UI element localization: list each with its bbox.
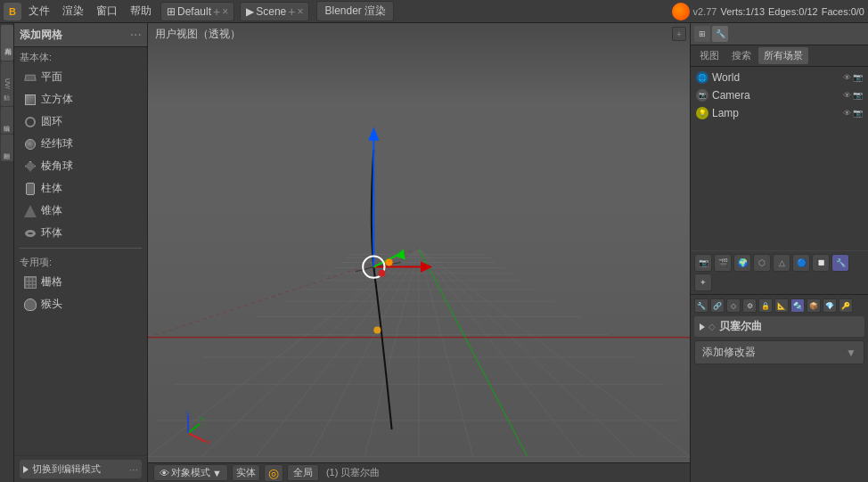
sidebar-title: 添加网格: [20, 28, 62, 43]
outliner-icon[interactable]: ⊞: [694, 26, 710, 42]
svg-point-39: [386, 258, 393, 266]
tool-sculpt[interactable]: 雕刻: [1, 135, 13, 161]
cube-label: 立方体: [41, 92, 73, 107]
faces-info: Faces:0/0: [822, 6, 864, 17]
sidebar-item-cone[interactable]: 锥体: [18, 200, 143, 221]
prop-sub-icon-10[interactable]: 🔑: [839, 298, 853, 313]
main-layout: 布局 UV/贴 编辑 雕刻 添加网格 ··· 基本体: 平面 立方体 圆环 经纬…: [0, 23, 868, 482]
lamp-render-icon[interactable]: 📷: [853, 109, 863, 118]
modifier-section-header[interactable]: ◇ 贝塞尔曲: [694, 316, 864, 337]
lamp-name: Lamp: [712, 107, 739, 119]
outliner-item-lamp[interactable]: 💡 Lamp 👁 📷: [691, 104, 868, 122]
workspace-label: Default: [177, 5, 211, 18]
menu-render[interactable]: 渲染: [57, 2, 89, 20]
prop-render-icon[interactable]: 📷: [694, 254, 712, 272]
workspace-selector[interactable]: ⊞ Default + ×: [160, 2, 234, 21]
viewport-pivot-btn[interactable]: ◎: [264, 464, 283, 482]
sidebar-item-cylinder[interactable]: 柱体: [18, 178, 143, 199]
workspace-add-btn[interactable]: +: [213, 4, 220, 19]
prop-sub-icon-1[interactable]: 🔧: [694, 298, 708, 313]
section-expand-icon: [700, 323, 705, 331]
prop-sub-icon-2[interactable]: 🔗: [710, 298, 725, 313]
svg-text:X: X: [207, 438, 210, 446]
sidebar-item-icosphere[interactable]: 棱角球: [18, 156, 143, 176]
menu-help[interactable]: 帮助: [125, 2, 157, 20]
prop-modifier-icon[interactable]: 🔧: [831, 254, 849, 272]
viewport-3d[interactable]: 用户视图（透视） + X Y Z 👁 对象模式 ▼ 实体: [148, 23, 690, 482]
view-mode-btn[interactable]: 👁 对象模式 ▼: [153, 464, 228, 481]
svg-line-42: [188, 433, 206, 442]
prop-sub-icon-5[interactable]: 🔒: [758, 298, 773, 313]
menu-window[interactable]: 窗口: [91, 2, 123, 20]
cube-icon: [23, 93, 37, 107]
workspace-close-btn[interactable]: ×: [222, 5, 228, 18]
basic-section-title: 基本体:: [14, 47, 147, 66]
outliner-item-camera[interactable]: 📷 Camera 👁 📷: [691, 86, 868, 104]
prop-sub-modifier-icon[interactable]: 🔩: [790, 298, 805, 313]
prop-scene-icon[interactable]: 🎬: [714, 254, 732, 272]
prop-particles-icon[interactable]: ✦: [694, 274, 712, 291]
sidebar-item-grid[interactable]: 栅格: [18, 272, 143, 292]
prop-sub-icon-8[interactable]: 📦: [807, 298, 821, 313]
global-local-btn[interactable]: 全局: [287, 464, 319, 481]
icosphere-icon: [23, 159, 37, 174]
dropdown-icon: ▼: [212, 468, 222, 478]
add-modifier-button[interactable]: 添加修改器 ▼: [694, 340, 864, 364]
prop-sub-icon-4[interactable]: ⚙: [742, 298, 757, 313]
switch-edit-mode-btn[interactable]: 切换到编辑模式 ···: [20, 460, 142, 478]
viewport-header-label: 用户视图（透视）: [155, 27, 241, 42]
viewport-shading-btn[interactable]: 实体: [232, 464, 260, 481]
prop-mesh-icon[interactable]: △: [773, 254, 790, 272]
plane-label: 平面: [41, 69, 62, 85]
scene-close-btn[interactable]: ×: [297, 5, 303, 18]
prop-sub-icon-9[interactable]: 💎: [823, 298, 837, 313]
svg-rect-1: [148, 23, 690, 204]
sidebar-add-mesh-header[interactable]: 添加网格 ···: [14, 23, 147, 47]
prop-texture-icon[interactable]: 🔲: [812, 254, 830, 272]
camera-name: Camera: [712, 89, 750, 102]
outliner-item-world[interactable]: 🌐 World 👁 📷: [691, 69, 868, 86]
camera-visibility-icon[interactable]: 👁: [843, 91, 851, 100]
monkey-label: 猴头: [41, 297, 62, 312]
menu-file[interactable]: 文件: [23, 2, 55, 20]
section-divider: [20, 248, 142, 249]
uvsphere-icon: [23, 137, 37, 151]
world-visibility-icon[interactable]: 👁: [843, 73, 851, 82]
camera-render-icon[interactable]: 📷: [853, 91, 863, 100]
sidebar-item-plane[interactable]: 平面: [18, 67, 143, 87]
outliner-list: 🌐 World 👁 📷 📷 Camera 👁 📷 💡 Lamp: [691, 67, 868, 250]
world-render-icon[interactable]: 📷: [853, 73, 863, 82]
sidebar-item-circle[interactable]: 圆环: [18, 111, 143, 132]
lamp-visibility-icon[interactable]: 👁: [843, 109, 851, 118]
sidebar-item-cube[interactable]: 立方体: [18, 89, 143, 110]
render-engine-label: Blender 渲染: [324, 4, 386, 17]
tab-all-scenes[interactable]: 所有场景: [758, 47, 808, 64]
scene-add-btn[interactable]: +: [288, 4, 295, 19]
bottom-dots: ···: [129, 463, 138, 476]
viewport-corner-add-btn[interactable]: +: [672, 27, 686, 41]
modifier-object-icon: ◇: [708, 322, 716, 331]
tab-view[interactable]: 视图: [694, 47, 725, 64]
prop-sub-icon-6[interactable]: 📐: [774, 298, 789, 313]
world-name: World: [712, 71, 740, 84]
blender-icon[interactable]: B: [4, 3, 21, 20]
sidebar-item-monkey[interactable]: 猴头: [18, 294, 143, 315]
icosphere-label: 棱角球: [41, 159, 73, 174]
circle-label: 圆环: [41, 114, 62, 129]
scene-selector[interactable]: ▶ Scene + ×: [240, 2, 309, 21]
prop-object-icon[interactable]: ⬡: [753, 254, 771, 272]
tool-layout[interactable]: 布局: [1, 25, 13, 61]
properties-icon[interactable]: 🔧: [712, 26, 728, 42]
tool-uv[interactable]: UV/贴: [1, 61, 13, 106]
camera-icon: 📷: [696, 89, 708, 102]
render-engine-selector[interactable]: Blender 渲染: [316, 1, 394, 21]
sidebar-item-uvsphere[interactable]: 经纬球: [18, 134, 143, 154]
sidebar-item-torus[interactable]: 环体: [18, 223, 143, 243]
svg-text:Z: Z: [185, 411, 190, 416]
prop-material-icon[interactable]: 🔵: [792, 254, 810, 272]
prop-world-icon[interactable]: 🌍: [733, 254, 751, 272]
tool-edit[interactable]: 编辑: [1, 107, 13, 134]
tab-search[interactable]: 搜索: [726, 47, 757, 64]
grid-label: 栅格: [41, 274, 62, 290]
prop-sub-icon-3[interactable]: ◇: [726, 298, 741, 313]
